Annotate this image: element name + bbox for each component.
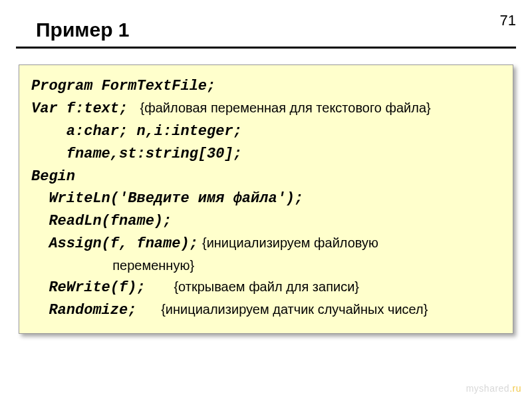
watermark-text: myshared — [466, 383, 509, 394]
code-token: Randomize; — [31, 302, 136, 319]
code-box: Program FormTextFile; Var f:text; {файло… — [19, 65, 513, 334]
code-token: ReadLn(fname); — [31, 213, 172, 229]
code-token: Begin — [31, 168, 75, 185]
watermark-suffix: .ru — [509, 383, 521, 394]
code-token: ReWrite(f); — [31, 279, 146, 296]
slide-title: Пример 1 — [0, 0, 532, 47]
code-token: Var f:text; — [31, 100, 128, 117]
slide-number: 71 — [500, 12, 516, 29]
code-token: Program FormTextFile; — [31, 78, 215, 94]
code-token: Assign(f, fname); — [31, 235, 198, 252]
code-comment: {инициализируем файловую — [202, 235, 378, 250]
code-token: fname,st:string[30]; — [31, 146, 242, 162]
code-token: WriteLn('Введите имя файла'); — [31, 190, 303, 207]
code-comment: {открываем файл для записи} — [174, 279, 359, 294]
code-token: a:char; n,i:integer; — [31, 123, 242, 140]
code-comment: {инициализируем датчик случайных чисел} — [161, 302, 428, 317]
watermark: myshared.ru — [466, 383, 521, 394]
title-divider — [16, 47, 516, 49]
code-comment: {файловая переменная для текстового файл… — [140, 100, 431, 115]
code-comment: переменную} — [31, 258, 194, 273]
